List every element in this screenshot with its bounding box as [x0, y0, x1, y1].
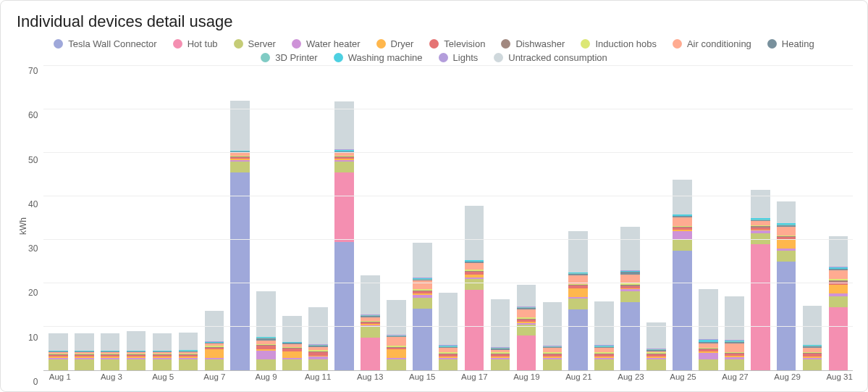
legend-item[interactable]: Dishwasher — [501, 38, 565, 49]
stacked-bar[interactable] — [699, 289, 718, 370]
legend-swatch — [234, 39, 243, 49]
x-tick: Aug 23 — [618, 372, 644, 381]
bar-column — [487, 66, 513, 370]
y-axis-label: kWh — [15, 66, 28, 387]
x-tick — [73, 372, 99, 381]
bar-column — [773, 66, 799, 370]
stacked-bar[interactable] — [179, 333, 198, 370]
gridline — [43, 283, 853, 283]
legend-item[interactable]: Untracked consumption — [494, 52, 607, 63]
stacked-bar[interactable] — [308, 307, 328, 370]
bar-column — [45, 66, 71, 370]
y-tick: 10 — [28, 333, 38, 343]
legend-label: Untracked consumption — [508, 52, 607, 63]
bar-segment — [387, 337, 406, 346]
gridline — [43, 196, 853, 196]
bar-segment — [205, 359, 224, 370]
legend-swatch — [767, 39, 777, 49]
x-tick: Aug 17 — [461, 372, 487, 381]
stacked-bar[interactable] — [491, 299, 510, 370]
stacked-bar[interactable] — [543, 302, 562, 370]
stacked-bar[interactable] — [361, 275, 380, 370]
stacked-bar[interactable] — [387, 300, 406, 370]
stacked-bar[interactable] — [777, 201, 796, 370]
stacked-bar[interactable] — [439, 293, 458, 370]
stacked-bar[interactable] — [334, 101, 354, 370]
stacked-bar[interactable] — [673, 180, 692, 370]
bar-column — [357, 66, 383, 370]
stacked-bar[interactable] — [803, 306, 822, 370]
bar-segment — [699, 359, 718, 370]
legend-item[interactable]: Hot tub — [173, 38, 218, 49]
legend-item[interactable]: Server — [234, 38, 276, 49]
bar-segment — [205, 349, 224, 358]
bar-segment — [491, 359, 510, 370]
legend-item[interactable]: Washing machine — [334, 52, 423, 63]
stacked-bar[interactable] — [620, 227, 640, 370]
legend-item[interactable]: Dryer — [376, 38, 414, 49]
bar-segment — [256, 359, 276, 370]
stacked-bar[interactable] — [256, 291, 276, 370]
stacked-bar[interactable] — [127, 330, 146, 370]
legend-item[interactable]: Lights — [439, 52, 479, 63]
x-tick: Aug 31 — [826, 372, 852, 381]
bar-segment — [75, 333, 94, 351]
stacked-bar[interactable] — [230, 100, 250, 370]
stacked-bar[interactable] — [751, 189, 770, 370]
legend-item[interactable]: Air conditioning — [673, 38, 751, 49]
x-tick — [279, 372, 305, 381]
bar-segment — [465, 263, 484, 270]
legend-label: Induction hobs — [595, 38, 657, 49]
stacked-bar[interactable] — [568, 230, 588, 370]
legend-item[interactable]: Television — [429, 38, 485, 49]
stacked-bar[interactable] — [646, 322, 666, 370]
stacked-bar[interactable] — [725, 296, 744, 370]
stacked-bar[interactable] — [829, 236, 848, 370]
bar-segment — [334, 242, 354, 370]
legend-label: Washing machine — [348, 52, 423, 63]
bar-segment — [282, 316, 302, 342]
bar-segment — [699, 289, 718, 339]
stacked-bar[interactable] — [594, 301, 614, 370]
legend-swatch — [173, 39, 182, 49]
bar-segment — [49, 359, 68, 370]
legend-item[interactable]: Induction hobs — [581, 38, 657, 49]
legend-item[interactable]: Tesla Wall Connector — [54, 38, 156, 49]
bar-column — [97, 66, 123, 370]
stacked-bar[interactable] — [101, 333, 120, 370]
bar-column — [461, 66, 487, 370]
legend-item[interactable]: Water heater — [292, 38, 361, 49]
bar-segment — [777, 251, 796, 262]
bar-segment — [465, 206, 484, 260]
x-tick — [749, 372, 775, 381]
chart-title: Individual devices detail usage — [17, 12, 853, 31]
legend-item[interactable]: 3D Printer — [261, 52, 318, 63]
bar-column — [175, 66, 201, 370]
stacked-bar[interactable] — [282, 315, 302, 370]
bar-segment — [179, 333, 198, 350]
legend-label: Tesla Wall Connector — [68, 38, 156, 49]
stacked-bar[interactable] — [153, 333, 172, 370]
bar-segment — [101, 333, 120, 351]
stacked-bar[interactable] — [75, 333, 94, 370]
legend-label: Server — [248, 38, 276, 49]
bar-segment — [777, 227, 796, 235]
bar-segment — [361, 338, 380, 370]
stacked-bar[interactable] — [205, 311, 224, 370]
stacked-bar[interactable] — [49, 333, 68, 370]
y-axis: 706050403020100 — [28, 66, 43, 387]
legend-item[interactable]: Heating — [767, 38, 814, 49]
bar-segment — [439, 293, 458, 345]
stacked-bar[interactable] — [465, 206, 484, 370]
bar-segment — [725, 359, 744, 370]
gridline — [43, 239, 853, 240]
x-tick — [488, 372, 514, 381]
bar-segment — [777, 240, 796, 249]
bar-segment — [829, 307, 848, 370]
bar-column — [279, 66, 306, 370]
bar-column — [383, 66, 409, 370]
stacked-bar[interactable] — [413, 243, 432, 370]
stacked-bar[interactable] — [517, 285, 536, 370]
y-tick: 20 — [28, 288, 38, 298]
x-tick — [801, 372, 827, 381]
